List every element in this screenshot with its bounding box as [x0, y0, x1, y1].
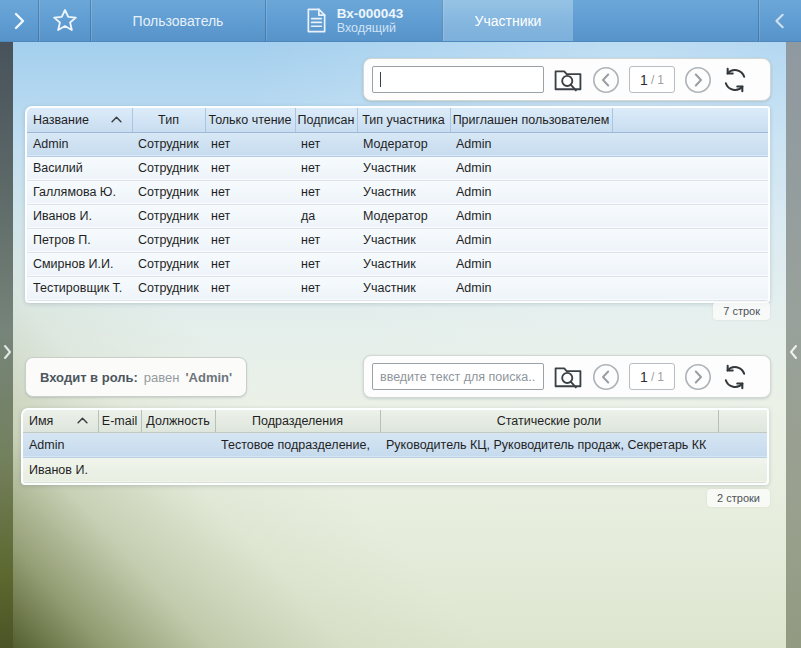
table-cell: Участник — [357, 180, 450, 204]
document-icon — [305, 7, 328, 34]
table-cell: Участник — [357, 276, 450, 300]
column-header-label: Только чтение — [208, 113, 291, 127]
column-header-label: Подразделения — [252, 414, 343, 428]
page-separator: / — [651, 73, 654, 87]
role-members-table-panel: ИмяE-mailДолжностьПодразделенияСтатическ… — [21, 408, 769, 485]
tab-participants[interactable]: Участники — [442, 0, 573, 41]
tab-incoming-document[interactable]: Вх-000043 Входящий — [265, 0, 442, 41]
column-header[interactable]: Подписан — [295, 108, 357, 132]
table-cell: нет — [295, 156, 357, 180]
table-row[interactable]: Тестировщик Т.СотрудникнетнетУчастникAdm… — [27, 276, 768, 300]
column-header[interactable]: Должность — [141, 410, 215, 432]
table-row[interactable]: AdminСотрудникнетнетМодераторAdmin — [27, 132, 768, 156]
table-cell: Сотрудник — [132, 180, 205, 204]
column-header[interactable]: Статические роли — [380, 410, 718, 432]
role-filter-chip[interactable]: Входит в роль: равен 'Admin' — [25, 357, 247, 397]
table-cell: Сотрудник — [132, 228, 205, 252]
table-cell — [141, 457, 215, 482]
table-cell: Admin — [450, 132, 612, 156]
column-header-label: Приглашен пользователем — [453, 113, 610, 127]
table-cell: Admin — [450, 252, 612, 276]
table-row[interactable]: Иванов И. — [23, 457, 767, 482]
table-cell — [141, 432, 215, 457]
tab-scroll-left-button[interactable] — [758, 0, 801, 41]
column-header[interactable]: Тип — [132, 108, 205, 132]
chevron-right-circle-icon — [684, 66, 712, 94]
search-input[interactable] — [372, 363, 544, 390]
search-input[interactable] — [372, 66, 544, 93]
advanced-search-button[interactable] — [553, 363, 583, 390]
next-page-button[interactable] — [684, 66, 712, 94]
table-row[interactable]: ВасилийСотрудникнетнетУчастникAdmin — [27, 156, 768, 180]
column-header[interactable]: Только чтение — [205, 108, 295, 132]
tab-user[interactable]: Пользователь — [90, 0, 265, 41]
refresh-button[interactable] — [721, 363, 749, 391]
refresh-icon — [721, 66, 749, 94]
table-cell: Admin — [23, 432, 98, 457]
column-header[interactable]: Подразделения — [215, 410, 380, 432]
row-count-badge: 2 строки — [707, 489, 770, 507]
chevron-left-icon — [772, 12, 788, 30]
table-cell: Василий — [27, 156, 132, 180]
table-cell: нет — [205, 180, 295, 204]
column-header-filler — [612, 108, 768, 132]
role-members-table: ИмяE-mailДолжностьПодразделенияСтатическ… — [23, 410, 767, 483]
column-header-label: E-mail — [102, 414, 137, 428]
table-cell: Admin — [27, 132, 132, 156]
table-cell-filler — [612, 228, 768, 252]
participants-table: НазваниеТипТолько чтениеПодписанТип учас… — [27, 108, 768, 301]
table-cell — [215, 457, 380, 482]
table-cell: нет — [295, 276, 357, 300]
expand-left-panel-button[interactable] — [0, 342, 13, 362]
table-row[interactable]: Петров П.СотрудникнетнетУчастникAdmin — [27, 228, 768, 252]
chevron-left-circle-icon — [592, 66, 620, 94]
advanced-search-button[interactable] — [553, 66, 583, 93]
prev-page-button[interactable] — [592, 363, 620, 391]
current-page: 1 — [640, 72, 648, 88]
table-cell: нет — [295, 228, 357, 252]
table-cell: нет — [205, 156, 295, 180]
refresh-button[interactable] — [721, 66, 749, 94]
nav-forward-button[interactable] — [0, 0, 38, 41]
table-row[interactable]: AdminТестовое подразделение,Руководитель… — [23, 432, 767, 457]
table-row[interactable]: Галлямова Ю.СотрудникнетнетУчастникAdmin — [27, 180, 768, 204]
table-cell: Сотрудник — [132, 156, 205, 180]
table-cell — [98, 457, 141, 482]
column-header[interactable]: Имя — [23, 410, 98, 432]
application-window: Пользователь Вх-000043 Входящий Участник… — [0, 0, 801, 648]
folder-search-icon — [553, 363, 583, 390]
chevron-right-icon — [10, 11, 28, 31]
column-header[interactable]: Название — [27, 108, 132, 132]
refresh-icon — [721, 363, 749, 391]
page-indicator[interactable]: 1 / 1 — [629, 66, 675, 93]
column-header[interactable]: Приглашен пользователем — [450, 108, 612, 132]
row-count-badge: 7 строк — [713, 302, 770, 320]
table-cell: Галлямова Ю. — [27, 180, 132, 204]
table-cell: Иванов И. — [23, 457, 98, 482]
table-cell — [380, 457, 718, 482]
column-header[interactable]: Тип участника — [357, 108, 450, 132]
table-cell: нет — [205, 276, 295, 300]
favorites-button[interactable] — [38, 0, 90, 41]
expand-right-panel-button[interactable] — [786, 342, 801, 362]
table-cell: нет — [205, 204, 295, 228]
table-cell: Модератор — [357, 204, 450, 228]
page-indicator[interactable]: 1 / 1 — [629, 363, 675, 390]
participants-table-panel: НазваниеТипТолько чтениеПодписанТип учас… — [25, 106, 770, 303]
table-cell: Admin — [450, 276, 612, 300]
table-cell: Участник — [357, 156, 450, 180]
table-cell-filler — [612, 156, 768, 180]
table-cell-filler — [612, 252, 768, 276]
next-page-button[interactable] — [684, 363, 712, 391]
tab-label: Пользователь — [133, 13, 224, 29]
table-cell: Тестовое подразделение, — [215, 432, 380, 457]
table-row[interactable]: Иванов И.СотрудникнетдаМодераторAdmin — [27, 204, 768, 228]
table-row[interactable]: Смирнов И.И.СотрудникнетнетУчастникAdmin — [27, 252, 768, 276]
column-header[interactable]: E-mail — [98, 410, 141, 432]
chevron-right-circle-icon — [684, 363, 712, 391]
role-members-toolbar: 1 / 1 — [363, 355, 771, 398]
table-cell-filler — [612, 132, 768, 156]
table-cell: нет — [205, 132, 295, 156]
search-input-wrap — [372, 363, 544, 390]
prev-page-button[interactable] — [592, 66, 620, 94]
